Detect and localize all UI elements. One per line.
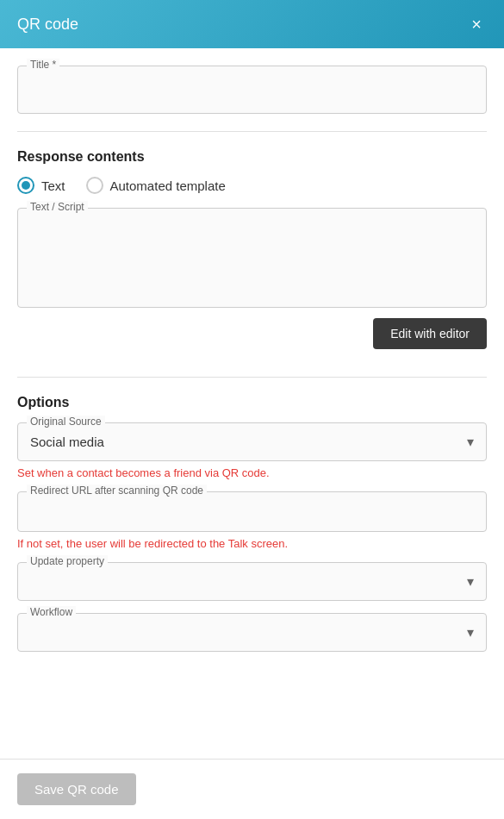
radio-option-automated[interactable]: Automated template: [86, 177, 226, 194]
options-title: Options: [17, 395, 487, 410]
title-fieldset: Title *: [17, 66, 487, 114]
chevron-down-icon-3: ▾: [467, 624, 474, 641]
original-source-select[interactable]: Social media ▾: [18, 423, 486, 460]
chevron-down-icon: ▾: [467, 434, 474, 450]
original-source-legend: Original Source: [27, 416, 105, 428]
redirect-url-legend: Redirect URL after scanning QR code: [27, 485, 207, 497]
workflow-select[interactable]: ▾: [18, 614, 486, 651]
response-contents-group: Response contents Text Automated templat…: [17, 149, 487, 359]
update-property-fieldset: Update property ▾: [17, 562, 487, 601]
close-button[interactable]: ×: [466, 14, 487, 34]
modal-title: QR code: [17, 16, 78, 34]
original-source-fieldset: Original Source Social media ▾: [17, 422, 487, 461]
workflow-fieldset: Workflow ▾: [17, 613, 487, 652]
save-qr-code-button[interactable]: Save QR code: [17, 773, 136, 805]
modal-header: QR code ×: [0, 0, 504, 48]
text-script-textarea[interactable]: [18, 209, 486, 303]
workflow-legend: Workflow: [27, 606, 76, 618]
radio-option-text[interactable]: Text: [17, 177, 65, 194]
response-contents-title: Response contents: [17, 149, 487, 165]
edit-button-row: Edit with editor: [17, 318, 487, 359]
radio-label-text: Text: [41, 178, 65, 193]
redirect-url-hint: If not set, the user will be redirected …: [17, 537, 487, 550]
original-source-value: Social media: [30, 435, 467, 449]
title-field-group: Title *: [17, 66, 487, 114]
title-input[interactable]: [30, 77, 474, 101]
title-legend: Title *: [27, 59, 59, 71]
redirect-url-input[interactable]: [18, 492, 486, 531]
radio-group: Text Automated template: [17, 177, 487, 194]
options-section: Options Original Source Social media ▾ S…: [17, 395, 487, 652]
text-script-legend: Text / Script: [27, 201, 88, 213]
divider-2: [17, 377, 487, 378]
radio-circle-automated[interactable]: [86, 177, 103, 194]
update-property-legend: Update property: [27, 555, 108, 567]
update-property-select[interactable]: ▾: [18, 563, 486, 600]
edit-with-editor-button[interactable]: Edit with editor: [373, 318, 487, 349]
redirect-url-fieldset: Redirect URL after scanning QR code: [17, 491, 487, 532]
original-source-hint: Set when a contact becomes a friend via …: [17, 466, 487, 479]
text-script-fieldset: Text / Script: [17, 208, 487, 308]
radio-label-automated: Automated template: [110, 178, 226, 193]
modal-container: QR code × Title * Response contents Text: [0, 0, 504, 819]
modal-footer: Save QR code: [0, 759, 504, 819]
modal-body: Title * Response contents Text Automated…: [0, 48, 504, 759]
divider-1: [17, 131, 487, 132]
radio-circle-text[interactable]: [17, 177, 34, 194]
chevron-down-icon-2: ▾: [467, 573, 474, 590]
